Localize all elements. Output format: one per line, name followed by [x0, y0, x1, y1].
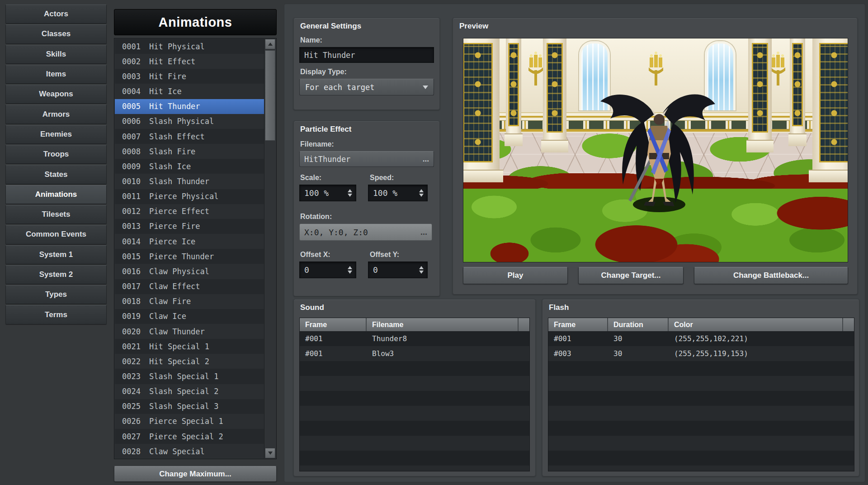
animation-id: 0022 — [122, 357, 149, 366]
animation-row[interactable]: 0021 Hit Special 1 — [115, 339, 264, 354]
animation-row[interactable]: 0004 Hit Ice — [115, 84, 264, 99]
sound-row[interactable]: #001 Blow3 — [300, 346, 529, 361]
scale-input[interactable]: 100 % — [299, 185, 356, 201]
scrollbar[interactable] — [264, 39, 276, 458]
play-button[interactable]: Play — [463, 267, 568, 284]
animation-row[interactable]: 0011 Pierce Physical — [115, 189, 264, 204]
preview-group: Preview — [453, 18, 858, 295]
name-input[interactable]: Hit Thunder — [299, 47, 434, 63]
rpg-maker-database-window: Actors Classes Skills Items Weapons Armo… — [0, 0, 868, 485]
spinner-arrows-icon[interactable] — [415, 187, 427, 199]
animation-name: Slash Effect — [149, 132, 205, 141]
animation-name: Claw Physical — [149, 267, 209, 276]
animation-name: Hit Special 2 — [149, 357, 209, 366]
sidebar-item[interactable]: Troops — [5, 145, 107, 164]
sidebar-item[interactable]: Armors — [5, 105, 107, 124]
sidebar-item[interactable]: Items — [5, 65, 107, 84]
animation-row[interactable]: 0012 Pierce Effect — [115, 204, 264, 219]
rotation-browse-button[interactable]: ... — [420, 228, 427, 237]
animation-name: Hit Physical — [149, 42, 205, 51]
animation-id: 0007 — [122, 132, 149, 141]
sidebar-item[interactable]: Weapons — [5, 85, 107, 104]
sidebar-item[interactable]: Terms — [5, 305, 107, 324]
column-header: Duration — [608, 318, 669, 331]
animation-row[interactable]: 0010 Slash Thunder — [115, 174, 264, 189]
spinner-arrows-icon[interactable] — [344, 264, 356, 276]
scroll-down-icon[interactable] — [265, 448, 275, 458]
animation-row[interactable]: 0022 Hit Special 2 — [115, 354, 264, 369]
sidebar-item[interactable]: System 2 — [5, 265, 107, 284]
animation-row[interactable]: 0023 Slash Special 1 — [115, 369, 264, 384]
speed-input[interactable]: 100 % — [368, 185, 428, 201]
sidebar-item[interactable]: Tilesets — [5, 205, 107, 224]
animation-id: 0024 — [122, 387, 149, 396]
change-battleback-button[interactable]: Change Battleback... — [694, 267, 848, 284]
sidebar-item[interactable]: Classes — [5, 24, 107, 43]
animation-row[interactable]: 0017 Claw Effect — [115, 279, 264, 294]
animation-row[interactable]: 0014 Pierce Ice — [115, 234, 264, 249]
animation-row[interactable]: 0005 Hit Thunder — [115, 99, 264, 114]
flash-row[interactable]: #003 30 (255,255,119,153) — [548, 346, 854, 361]
animation-row[interactable]: 0009 Slash Ice — [115, 159, 264, 174]
battleback-pillar — [790, 38, 805, 146]
rotation-input[interactable]: X:0, Y:0, Z:0 ... — [299, 223, 432, 241]
change-target-button[interactable]: Change Target... — [578, 267, 684, 284]
sound-row[interactable]: #001 Thunder8 — [300, 331, 529, 346]
animation-name: Pierce Effect — [149, 207, 209, 216]
animation-name: Slash Physical — [149, 117, 214, 126]
animation-row[interactable]: 0006 Slash Physical — [115, 114, 264, 129]
sound-group: Sound FrameFilename #001 Thunder8 # — [293, 299, 536, 476]
animation-row[interactable]: 0025 Slash Special 3 — [115, 399, 264, 414]
animation-row[interactable]: 0001 Hit Physical — [115, 39, 264, 54]
animation-row[interactable]: 0018 Claw Fire — [115, 294, 264, 309]
animation-row[interactable]: 0028 Claw Special — [115, 444, 264, 458]
animation-row[interactable]: 0013 Pierce Fire — [115, 219, 264, 234]
animation-row[interactable]: 0020 Claw Thunder — [115, 324, 264, 339]
animation-row[interactable]: 0019 Claw Ice — [115, 309, 264, 324]
animation-name: Hit Special 1 — [149, 342, 209, 351]
sidebar-item[interactable]: Animations — [5, 185, 107, 204]
scroll-up-icon[interactable] — [265, 39, 275, 49]
animation-row[interactable]: 0008 Slash Fire — [115, 144, 264, 159]
spinner-arrows-icon[interactable] — [415, 264, 427, 276]
animation-id: 0016 — [122, 267, 149, 276]
sidebar-item[interactable]: States — [5, 165, 107, 184]
animation-name: Hit Effect — [149, 57, 195, 66]
animation-id: 0026 — [122, 417, 149, 426]
sound-table-header: FrameFilename — [300, 318, 519, 331]
animation-row[interactable]: 0002 Hit Effect — [115, 54, 264, 69]
candelabra-icon — [647, 51, 665, 87]
flash-row[interactable]: #001 30 (255,255,102,221) — [548, 331, 854, 346]
animation-row[interactable]: 0007 Slash Effect — [115, 129, 264, 144]
animation-name: Slash Special 3 — [149, 402, 219, 411]
animation-row[interactable]: 0024 Slash Special 2 — [115, 384, 264, 399]
display-type-select[interactable]: For each target — [299, 79, 434, 95]
animation-row[interactable]: 0016 Claw Physical — [115, 264, 264, 279]
browse-button[interactable]: ... — [423, 155, 429, 164]
animation-row[interactable]: 0015 Pierce Thunder — [115, 249, 264, 264]
offset-y-input[interactable]: 0 — [368, 262, 428, 278]
sidebar-item[interactable]: Common Events — [5, 225, 107, 244]
scale-label: Scale: — [300, 174, 321, 182]
column-header-stub — [843, 318, 854, 331]
group-title: Preview — [459, 22, 488, 31]
sidebar-item[interactable]: Enemies — [5, 125, 107, 144]
change-maximum-button[interactable]: Change Maximum... — [114, 466, 277, 482]
filename-input[interactable]: HitThunder ... — [299, 151, 434, 167]
offset-x-input[interactable]: 0 — [299, 262, 356, 278]
sidebar-item[interactable]: Types — [5, 285, 107, 304]
spinner-arrows-icon[interactable] — [344, 187, 356, 199]
animation-id: 0004 — [122, 87, 149, 96]
sidebar-item[interactable]: System 1 — [5, 245, 107, 264]
animation-row[interactable]: 0027 Pierce Special 2 — [115, 429, 264, 444]
animation-id: 0025 — [122, 402, 149, 411]
column-header-stub — [519, 318, 529, 331]
animation-row[interactable]: 0026 Pierce Special 1 — [115, 414, 264, 429]
preview-battleback-image — [463, 38, 848, 262]
animation-id: 0019 — [122, 312, 149, 321]
scrollbar-thumb[interactable] — [265, 50, 275, 141]
animation-row[interactable]: 0003 Hit Fire — [115, 69, 264, 84]
sidebar-item[interactable]: Skills — [5, 45, 107, 64]
rotation-value: X:0, Y:0, Z:0 — [304, 228, 368, 237]
sidebar-item[interactable]: Actors — [5, 5, 107, 24]
